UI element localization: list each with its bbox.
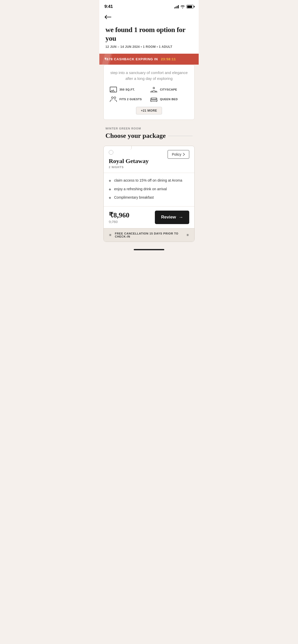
benefit-3: ◆ Complimentary breakfast (109, 195, 189, 200)
package-divider-top (104, 173, 194, 173)
area-icon (110, 86, 117, 93)
price-symbol: ₹ (109, 211, 113, 219)
feature-guests: FITS 2 GUESTS (110, 96, 148, 102)
cancellation-text: FREE CANCELLATION 15 DAYS PRIOR TO CHECK… (115, 232, 183, 238)
status-icons (174, 5, 194, 8)
package-footer: ₹8,960 9,760 Review → (104, 207, 194, 228)
cashback-timer: 23:58:11 (161, 57, 176, 61)
price-block: ₹8,960 9,760 (109, 211, 129, 224)
bullet-2: ◆ (109, 187, 111, 192)
cityscape-icon (150, 86, 157, 93)
home-indicator (99, 247, 199, 252)
room-features: 350 SQ.FT. CITYSCAPE (104, 84, 194, 102)
cancellation-bar: ✳ FREE CANCELLATION 15 DAYS PRIOR TO CHE… (104, 228, 194, 242)
benefit-1-text: claim access to 15% off on dining at Aro… (114, 178, 182, 183)
review-arrow-icon: → (179, 215, 183, 220)
home-bar (134, 249, 164, 250)
package-card-header: Royal Getaway 2 NIGHTS Policy (104, 146, 194, 172)
package-nights: 2 NIGHTS (109, 166, 189, 169)
wifi-icon (180, 5, 185, 8)
feature-cityscape: CITYSCAPE (150, 86, 188, 93)
review-btn-label: Review (161, 215, 176, 220)
signal-icon (174, 5, 179, 8)
svg-point-3 (114, 97, 116, 99)
snowflake-left-icon: ✳ (109, 233, 112, 237)
bed-icon (150, 96, 157, 102)
benefit-2-text: enjoy a refreshing drink on arrival (114, 187, 167, 192)
price-value: 8,960 (113, 211, 129, 219)
status-bar: 9:41 (99, 0, 199, 12)
nav-header (99, 12, 199, 24)
policy-button[interactable]: Policy (168, 150, 189, 159)
feature-bed: QUEEN BED (150, 96, 188, 102)
package-tab-notch (119, 146, 132, 150)
package-radio[interactable] (109, 150, 113, 155)
page-header: we found 1 room option for you 12 JUN – … (99, 24, 199, 54)
cashback-banner: ₹678 CASHBACK EXPIRING IN 23:58:11 (99, 54, 199, 65)
feature-area: 350 SQ.FT. (110, 86, 148, 93)
svg-point-1 (153, 87, 155, 89)
bullet-1: ◆ (109, 179, 111, 183)
feature-area-label: 350 SQ.FT. (119, 88, 135, 91)
feature-cityscape-label: CITYSCAPE (160, 88, 177, 91)
page-title: we found 1 room option for you (105, 25, 193, 42)
svg-point-2 (112, 97, 113, 99)
package-benefits: ◆ claim access to 15% off on dining at A… (104, 174, 194, 204)
price-original: 9,760 (109, 220, 129, 224)
section-title: Choose your package (105, 132, 166, 140)
guests-icon (110, 96, 117, 102)
feature-guests-label: FITS 2 GUESTS (119, 98, 142, 101)
benefit-3-text: Complimentary breakfast (114, 195, 154, 200)
cashback-text: ₹678 CASHBACK EXPIRING IN (104, 57, 158, 61)
back-button[interactable] (104, 15, 112, 19)
feature-bed-label: QUEEN BED (160, 98, 178, 101)
price-current: ₹8,960 (109, 211, 129, 219)
room-card: step into a sanctuary of comfort and ele… (103, 65, 195, 120)
package-section-header: WINTER GREEN ROOM Choose your package (99, 120, 199, 143)
svg-rect-4 (151, 100, 157, 101)
room-type-label: WINTER GREEN ROOM (105, 127, 193, 130)
review-button[interactable]: Review → (155, 211, 189, 224)
package-card: Royal Getaway 2 NIGHTS Policy ◆ claim ac… (103, 146, 195, 242)
status-time: 9:41 (104, 4, 113, 9)
more-features-button[interactable]: +21 MORE (136, 107, 162, 114)
original-price-value: 9,760 (109, 220, 118, 224)
search-meta: 12 JUN – 14 JUN 2024 • 1 ROOM • 1 ADULT (105, 45, 193, 49)
package-name: Royal Getaway (109, 158, 189, 165)
battery-icon (186, 5, 194, 8)
snowflake-right-icon: ✳ (186, 233, 189, 237)
benefit-2: ◆ enjoy a refreshing drink on arrival (109, 187, 189, 192)
section-divider (168, 136, 193, 136)
bullet-3: ◆ (109, 196, 111, 200)
benefit-1: ◆ claim access to 15% off on dining at A… (109, 178, 189, 183)
room-description: step into a sanctuary of comfort and ele… (104, 65, 194, 84)
